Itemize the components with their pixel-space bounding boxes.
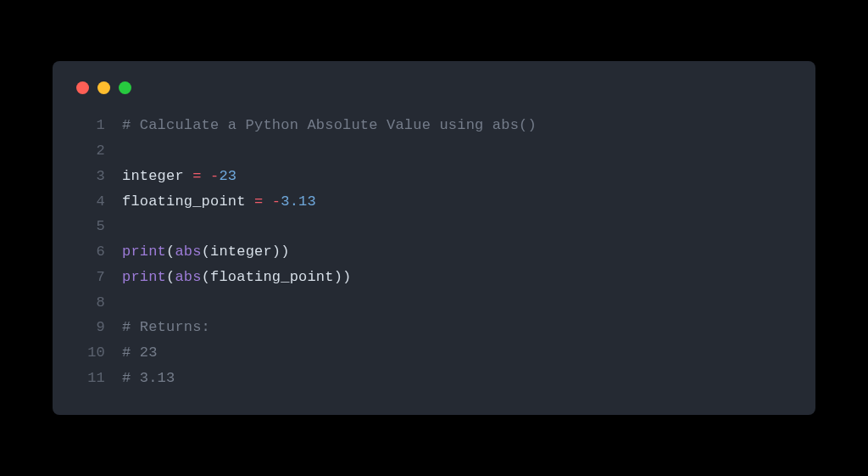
traffic-lights	[76, 81, 792, 94]
code-line: 3integer = -23	[76, 164, 792, 189]
code-window: 1# Calculate a Python Absolute Value usi…	[53, 61, 815, 414]
code-token: # 23	[122, 344, 158, 361]
code-token: 23	[219, 168, 236, 184]
code-line: 11# 3.13	[76, 366, 792, 391]
code-line: 8	[76, 290, 792, 316]
code-token: abs	[175, 269, 201, 285]
code-token: =	[254, 193, 263, 210]
code-line: 10# 23	[76, 340, 792, 366]
code-token: -	[210, 168, 219, 184]
line-number: 9	[76, 315, 105, 340]
code-token: floating_point	[122, 193, 254, 210]
code-line: 6print(abs(integer))	[76, 239, 792, 265]
code-token: floating_point	[210, 269, 334, 285]
code-line: 5	[76, 214, 792, 239]
code-token: (	[166, 269, 175, 285]
code-token: 3.13	[281, 193, 316, 210]
line-number: 11	[76, 366, 105, 391]
line-number: 8	[76, 290, 105, 316]
code-token: # Returns:	[122, 319, 210, 335]
code-token: integer	[210, 244, 272, 260]
code-line: 9# Returns:	[76, 315, 792, 340]
code-token: (	[202, 269, 210, 285]
code-token: (	[166, 244, 175, 260]
code-area: 1# Calculate a Python Absolute Value usi…	[76, 113, 792, 390]
line-number: 7	[76, 265, 105, 290]
code-token	[202, 168, 210, 184]
code-token: ))	[272, 244, 290, 260]
code-line: 7print(abs(floating_point))	[76, 265, 792, 290]
line-content: integer = -23	[122, 164, 236, 189]
line-number: 4	[76, 189, 105, 215]
code-token: # 3.13	[122, 370, 175, 386]
code-token	[263, 193, 271, 210]
code-token: ))	[334, 269, 352, 285]
close-icon[interactable]	[76, 81, 89, 94]
line-content: floating_point = -3.13	[122, 189, 316, 215]
line-content: # 23	[122, 340, 158, 366]
code-token: -	[272, 193, 281, 210]
line-number: 3	[76, 164, 105, 189]
line-number: 1	[76, 113, 105, 138]
line-number: 10	[76, 340, 105, 366]
line-content: # 3.13	[122, 366, 175, 391]
code-line: 4floating_point = -3.13	[76, 189, 792, 215]
line-number: 5	[76, 214, 105, 239]
line-content: print(abs(integer))	[122, 239, 290, 265]
line-number: 2	[76, 138, 105, 164]
code-token: print	[122, 269, 166, 285]
code-token: =	[192, 168, 201, 184]
minimize-icon[interactable]	[97, 81, 110, 94]
code-token: (	[202, 244, 210, 260]
code-token: # Calculate a Python Absolute Value usin…	[122, 117, 537, 133]
code-token: print	[122, 244, 166, 260]
line-content: # Calculate a Python Absolute Value usin…	[122, 113, 537, 138]
maximize-icon[interactable]	[119, 81, 131, 94]
code-line: 1# Calculate a Python Absolute Value usi…	[76, 113, 792, 138]
line-content: print(abs(floating_point))	[122, 265, 351, 290]
line-number: 6	[76, 239, 105, 265]
line-content: # Returns:	[122, 315, 210, 340]
code-token: abs	[175, 244, 201, 260]
code-token: integer	[122, 168, 192, 184]
code-line: 2	[76, 138, 792, 164]
